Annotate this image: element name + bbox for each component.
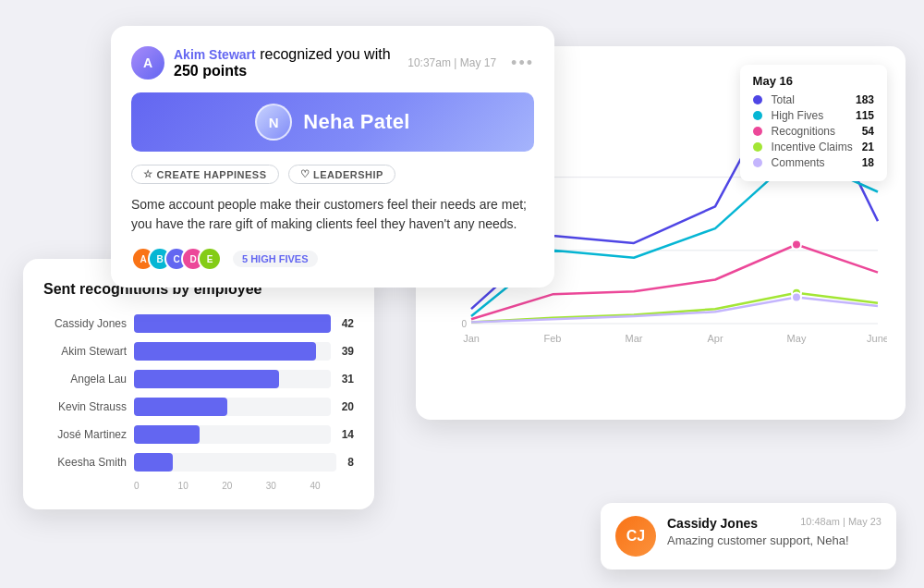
bar-track [134,342,331,361]
bar-value: 20 [342,400,354,413]
heart-icon: ♡ [300,168,310,180]
sender-name[interactable]: Akim Stewart [174,47,256,62]
bar-label: Kevin Strauss [43,400,127,413]
bar-label: Angela Lau [43,373,127,386]
more-options-button[interactable]: ••• [511,54,534,73]
bar-label: Cassidy Jones [43,317,127,330]
tooltip-dot [753,142,762,152]
tooltip-dot [753,111,762,120]
tooltip-label: Incentive Claims [772,141,853,153]
recipient-avatar: N [255,104,292,141]
comment-timestamp: 10:48am | May 23 [800,516,881,527]
bar-value: 39 [342,345,354,358]
svg-point-14 [792,240,801,250]
tooltip-date: May 16 [753,74,874,88]
tooltip-dot [753,95,762,104]
svg-text:0: 0 [461,319,467,329]
bar-row: José Martinez 14 [43,425,354,444]
tooltip-label: Comments [772,156,853,169]
svg-point-16 [792,293,801,302]
tooltip-row: High Fives 115 [753,109,874,122]
bar-label: Keesha Smith [43,456,127,469]
svg-text:May: May [787,333,807,344]
rec-action: recognized you with [260,46,390,62]
bar-chart-rows: Cassidy Jones 42 Akim Stewart 39 Angela … [43,314,354,472]
avatar-5: E [198,247,222,271]
bar-row: Cassidy Jones 42 [43,314,354,333]
tooltip-dot [753,158,762,167]
tooltip-value: 21 [862,141,874,153]
bar-track [134,370,331,388]
recipient-banner: N Neha Patel [131,92,534,152]
rec-timestamp: 10:37am | May 17 [407,56,496,69]
bar-axis: 010203040 [134,481,354,491]
bar-fill [134,370,279,388]
bar-value: 8 [347,456,354,469]
bar-fill [134,342,316,361]
comment-content: Cassidy Jones 10:48am | May 23 Amazing c… [667,516,881,547]
tags-row: ☆ CREATE HAPPINESS ♡ LEADERSHIP [131,165,534,184]
comment-text: Amazing customer support, Neha! [667,533,881,547]
axis-label: 20 [222,481,266,491]
bar-label: José Martinez [43,428,127,441]
comment-header: Cassidy Jones 10:48am | May 23 [667,516,881,531]
axis-label: 40 [310,481,354,491]
recognition-message: Some account people make their customers… [131,195,534,234]
comment-author: Cassidy Jones [667,516,758,531]
comment-card: CJ Cassidy Jones 10:48am | May 23 Amazin… [601,503,896,570]
tooltip-label: Recognitions [772,125,853,138]
bar-row: Akim Stewart 39 [43,342,354,361]
bar-row: Kevin Strauss 20 [43,398,354,416]
bar-value: 42 [342,317,354,330]
recognition-card: A Akim Stewart recognized you with 250 p… [111,26,554,288]
tooltip-row: Comments 18 [753,156,874,169]
axis-label: 0 [134,481,178,491]
tooltip-label: Total [772,93,846,106]
high-fives-badge[interactable]: 5 HIGH FIVES [233,251,318,267]
star-icon: ☆ [143,168,153,180]
recipient-name: Neha Patel [303,110,410,134]
bar-track [134,453,336,472]
bar-fill [134,453,173,472]
rec-points: 250 points [174,63,247,79]
svg-text:June: June [867,333,887,344]
bar-track [134,314,331,333]
bar-value: 14 [342,428,354,441]
sender-avatar: A [131,46,164,80]
bar-row: Angela Lau 31 [43,370,354,388]
bar-track [134,398,331,416]
tooltip-row: Recognitions 54 [753,125,874,138]
rec-meta: Akim Stewart recognized you with 250 poi… [174,46,398,80]
bar-chart-card: Sent recognitions by employee Cassidy Jo… [23,259,374,509]
axis-label: 10 [178,481,223,491]
high-fives-avatars: A B C D E [131,247,214,271]
comment-avatar: CJ [615,516,656,557]
tag-leadership: ♡ LEADERSHIP [288,165,395,184]
chart-tooltip: May 16 Total 183 High Fives 115 Recognit… [740,65,887,181]
bar-fill [134,425,200,444]
tooltip-value: 115 [856,109,874,122]
tooltip-label: High Fives [772,109,846,122]
bar-track [134,425,331,444]
tooltip-row: Total 183 [753,93,874,106]
rec-header: A Akim Stewart recognized you with 250 p… [131,46,534,80]
tooltip-value: 18 [862,156,874,169]
bar-fill [134,314,331,333]
tooltip-dot [753,127,762,136]
svg-text:Mar: Mar [626,333,643,344]
svg-text:Apr: Apr [707,333,723,344]
rec-footer: A B C D E 5 HIGH FIVES [131,247,534,271]
tooltip-rows: Total 183 High Fives 115 Recognitions 54… [753,93,874,169]
bar-row: Keesha Smith 8 [43,453,354,472]
bar-label: Akim Stewart [43,345,127,358]
bar-fill [134,398,227,416]
tooltip-value: 54 [862,125,874,138]
axis-label: 30 [266,481,310,491]
tag-create-happiness: ☆ CREATE HAPPINESS [131,165,279,184]
tooltip-row: Incentive Claims 21 [753,141,874,153]
svg-text:Feb: Feb [544,333,562,344]
tooltip-value: 183 [856,93,874,106]
svg-text:Jan: Jan [463,333,480,344]
bar-value: 31 [342,373,354,386]
